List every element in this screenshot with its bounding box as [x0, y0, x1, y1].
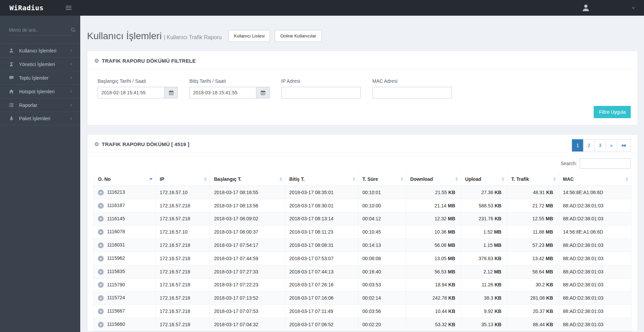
expand-row-button[interactable]: +: [98, 282, 104, 288]
cell-end-time: 2018-03-17 07:11:49: [285, 305, 358, 318]
user-icon: [9, 48, 14, 53]
col-header-download[interactable]: Download: [406, 173, 461, 186]
cell-start-time: 2018-03-17 07:22:23: [210, 278, 285, 291]
cell-order-no: +1116187: [94, 199, 156, 212]
cell-traffic: 12.55 MB: [507, 212, 559, 225]
sidebar-item-hotspot-islemleri[interactable]: Hotspot İşlemleri: [0, 84, 80, 98]
col-header-bitis[interactable]: Bitiş T.: [285, 173, 358, 186]
expand-row-button[interactable]: +: [98, 256, 104, 262]
cell-download: 53.32 KB: [406, 318, 461, 331]
expand-row-button[interactable]: +: [98, 216, 104, 222]
next-pages-button[interactable]: »: [606, 139, 617, 152]
top-navbar: WiRadius: [0, 0, 644, 16]
kullanici-listesi-button[interactable]: Kullanıcı Listesi: [228, 30, 270, 42]
cell-order-no: +1116145: [94, 212, 156, 225]
cell-ip: 172.16.57.218: [155, 252, 210, 265]
expand-row-button[interactable]: +: [98, 269, 104, 275]
chevron-down-icon[interactable]: [631, 5, 636, 10]
table-row: +1116078172.16.57.102018-03-17 08:00:372…: [94, 225, 631, 239]
sidebar-item-label: Paket İşlemleri: [19, 116, 69, 121]
page-title: Kullanıcı İşlemleri| Kullanıcı Trafik Ra…: [87, 31, 222, 42]
cell-order-no: +1115660: [94, 318, 156, 331]
end-date-input[interactable]: [189, 87, 256, 98]
col-header-o-no[interactable]: O. No: [94, 173, 156, 186]
cell-end-time: 2018-03-17 07:44:13: [285, 265, 358, 278]
home-icon: [9, 89, 14, 94]
sidebar-search-input[interactable]: [9, 27, 70, 33]
page-1-button[interactable]: 1: [572, 139, 583, 152]
cell-ip: 172.16.57.218: [155, 239, 210, 252]
mac-label: MAC Adresi: [372, 78, 452, 84]
cell-start-time: 2018-03-17 07:44:59: [210, 252, 285, 265]
col-header-sure[interactable]: T. Süre: [358, 173, 406, 186]
sidebar-item-toplu-islemler[interactable]: Toplu İşlemler: [0, 71, 80, 84]
calendar-icon[interactable]: [256, 87, 270, 98]
cell-upload: 588.53 KB: [461, 199, 507, 212]
table-search-input[interactable]: [580, 158, 631, 169]
cell-mac: 14:56:8E:A1:06:6D: [559, 225, 631, 239]
cell-end-time: 2018-03-17 07:16:06: [285, 291, 358, 305]
expand-row-button[interactable]: +: [98, 322, 104, 328]
col-header-mac[interactable]: MAC: [559, 173, 631, 186]
report-body: Search: O. No IP Başlangıç T. Bitiş T. T…: [87, 158, 638, 331]
cell-mac: 88:AD:D2:38:01:03: [559, 212, 631, 225]
cell-download: 242.78 KB: [406, 291, 461, 305]
sidebar-toggle-icon[interactable]: [64, 4, 73, 11]
comment-icon: [9, 75, 14, 81]
cell-traffic: 88.44 KB: [507, 318, 559, 331]
page-3-button[interactable]: 3: [594, 139, 606, 152]
calendar-icon[interactable]: [164, 87, 178, 98]
last-page-button[interactable]: [617, 139, 631, 152]
cell-duration: 00:10:45: [358, 225, 406, 239]
expand-row-button[interactable]: +: [98, 295, 104, 301]
cell-mac: 14:56:8E:A1:06:6D: [559, 186, 631, 199]
col-header-ip[interactable]: IP: [155, 173, 210, 186]
page-2-button[interactable]: 2: [583, 139, 595, 152]
cell-traffic: 21.72 MB: [507, 199, 559, 212]
cell-end-time: 2018-03-17 08:30:01: [285, 199, 358, 212]
app-logo[interactable]: WiRadius: [10, 4, 44, 12]
sort-icon: [553, 177, 556, 181]
col-header-baslangic[interactable]: Başlangıç T.: [210, 173, 285, 186]
online-kullanicilar-button[interactable]: Online Kullanıcılar: [275, 30, 322, 42]
cell-order-no: +1116213: [94, 186, 156, 199]
filter-panel-header: ⚙ TRAFIK RAPORU DÖKÜMÜ FILTRELE: [87, 51, 638, 69]
cell-traffic: 281.08 KB: [507, 291, 559, 305]
cell-order-no: +1116031: [94, 239, 156, 252]
filter-panel: ⚙ TRAFIK RAPORU DÖKÜMÜ FILTRELE Başlangı…: [87, 51, 638, 125]
sidebar-menu: Kullanıcı İşlemleri Yönetici İşlemleri T…: [0, 44, 80, 125]
cell-traffic: 30.2 KB: [507, 278, 559, 291]
expand-row-button[interactable]: +: [98, 203, 104, 209]
cell-download: 21.14 MB: [406, 199, 461, 212]
col-header-trafik[interactable]: T. Trafik: [507, 173, 559, 186]
cell-upload: 378.63 KB: [461, 252, 507, 265]
start-date-input[interactable]: [98, 87, 164, 98]
expand-row-button[interactable]: +: [98, 229, 104, 235]
sidebar-item-yonetici-islemleri[interactable]: Yönetici İşlemleri: [0, 57, 80, 71]
brand-area: WiRadius: [0, 0, 80, 16]
sidebar-item-paket-islemleri[interactable]: Paket İşlemleri: [0, 112, 80, 125]
cell-upload: 11.26 KB: [461, 278, 507, 291]
sidebar-item-kullanici-islemleri[interactable]: Kullanıcı İşlemleri: [0, 44, 80, 57]
cell-ip: 172.16.57.218: [155, 265, 210, 278]
cell-upload: 231.76 KB: [461, 212, 507, 225]
sidebar-item-label: Raporlar: [19, 102, 69, 108]
expand-row-button[interactable]: +: [98, 309, 104, 314]
user-secret-icon: [9, 62, 14, 67]
ip-input[interactable]: [281, 87, 361, 98]
user-avatar-icon[interactable]: [581, 3, 590, 12]
mac-input[interactable]: [372, 87, 452, 98]
main-content: Kullanıcı İşlemleri| Kullanıcı Trafik Ra…: [80, 16, 644, 332]
sidebar-item-raporlar[interactable]: Raporlar: [0, 98, 80, 112]
cell-ip: 172.16.57.218: [155, 199, 210, 212]
sidebar: Kullanıcı İşlemleri Yönetici İşlemleri T…: [0, 16, 80, 332]
expand-row-button[interactable]: +: [98, 190, 104, 195]
search-icon[interactable]: [70, 27, 76, 33]
col-header-upload[interactable]: Upload: [461, 173, 507, 186]
traffic-table: O. No IP Başlangıç T. Bitiş T. T. Süre D…: [94, 173, 631, 331]
table-row: +1115962172.16.57.2182018-03-17 07:44:59…: [94, 252, 631, 265]
table-row: +1115835172.16.57.2182018-03-17 07:27:33…: [94, 265, 631, 278]
expand-row-button[interactable]: +: [98, 242, 104, 248]
filtre-uygula-button[interactable]: Filtre Uygula: [594, 106, 631, 118]
table-row: +1115687172.16.57.2182018-03-17 07:07:53…: [94, 305, 631, 318]
